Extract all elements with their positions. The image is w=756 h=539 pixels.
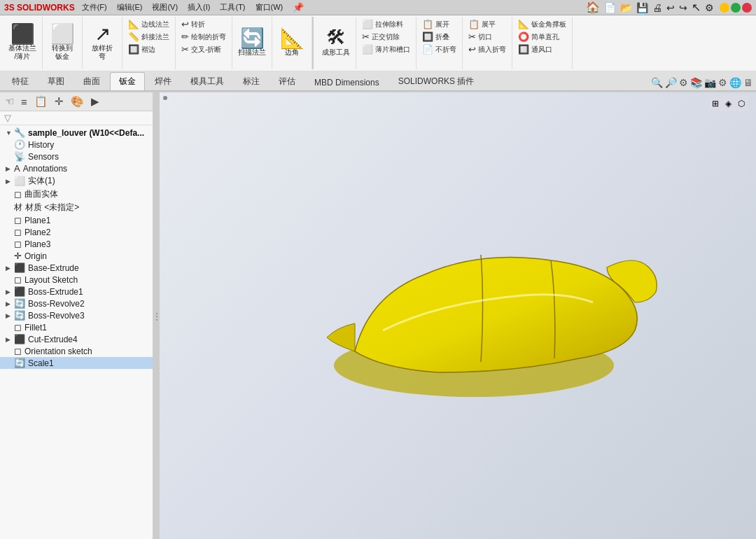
- tab-mold[interactable]: 模具工具: [181, 72, 233, 90]
- monitor-icon[interactable]: 🖥: [743, 77, 753, 88]
- menu-insert[interactable]: 插入(I): [188, 2, 210, 13]
- ribbon-btn-no-bend[interactable]: 📄 不折弯: [419, 43, 459, 55]
- tree-item-boss-extrude1[interactable]: ▶ ⬛ Boss-Extrude1: [0, 286, 153, 298]
- close-button[interactable]: [742, 3, 752, 13]
- tab-sheetmetal[interactable]: 钣金: [110, 72, 145, 90]
- tree-item-layout-sketch[interactable]: ◻ Layout Sketch: [0, 274, 153, 286]
- tab-weldment[interactable]: 焊件: [146, 72, 181, 90]
- toolbar-icon-new[interactable]: 📄: [604, 2, 616, 13]
- tree-item-base-extrude[interactable]: ▶ ⬛ Base-Extrude: [0, 262, 153, 274]
- ribbon: ⬛ 基体法兰/薄片 ⬜ 转换到钣金 ↗ 放样折弯 📐 边线法兰: [0, 15, 756, 92]
- ribbon-btn-miter-flange[interactable]: 📏 斜接法兰: [125, 31, 172, 43]
- ribbon-btn-edge-flange[interactable]: 📐 边线法兰: [125, 18, 172, 30]
- view-icon-3[interactable]: ⬡: [736, 98, 747, 109]
- toolbar-icon-save[interactable]: 💾: [636, 2, 648, 13]
- toolbar-icon-cursor[interactable]: ↖: [692, 1, 701, 14]
- tree-item-annotations[interactable]: ▶ A Annotations: [0, 162, 153, 174]
- view-icon-1[interactable]: ⊞: [710, 98, 721, 109]
- capture-icon[interactable]: 📷: [704, 77, 716, 88]
- tree-item-root[interactable]: ▼ 🔧 sample_louver (W10<<Defa...: [0, 127, 153, 139]
- ribbon-btn-simple-hole[interactable]: ⭕ 简单直孔: [515, 31, 569, 43]
- tree-item-boss-revolve2[interactable]: ▶ 🔄 Boss-Revolve2: [0, 298, 153, 309]
- tree-item-cut-extrude4[interactable]: ▶ ⬛ Cut-Extrude4: [0, 333, 153, 345]
- no-bend-icon: 📄: [422, 44, 433, 55]
- menu-file[interactable]: 文件(F): [82, 2, 107, 13]
- tab-solidworks-plugins[interactable]: SOLIDWORKS 插件: [389, 72, 484, 90]
- menu-view[interactable]: 视图(V): [152, 2, 178, 13]
- tree-item-material[interactable]: 材 材质 <未指定>: [0, 201, 153, 214]
- tab-evaluate[interactable]: 评估: [270, 72, 304, 90]
- tree-item-solid[interactable]: ▶ ⬜ 实体(1): [0, 174, 153, 188]
- ribbon-tabs: 特征 草图 曲面 钣金 焊件 模具工具 标注 评估 MBD Dimensions…: [0, 71, 756, 91]
- tab-surface[interactable]: 曲面: [74, 72, 109, 90]
- menu-edit[interactable]: 编辑(E): [117, 2, 143, 13]
- search2-icon[interactable]: 🔎: [665, 77, 677, 88]
- tree-item-boss-revolve3[interactable]: ▶ 🔄 Boss-Revolve3: [0, 309, 153, 321]
- tree-icon-appearance[interactable]: 🎨: [69, 94, 86, 108]
- menu-window[interactable]: 窗口(W): [255, 2, 284, 13]
- tree-icon-more[interactable]: ▶: [89, 94, 102, 108]
- ribbon-btn-vent[interactable]: 🔲 通风口: [515, 43, 569, 55]
- ribbon-btn-form-tool[interactable]: 🛠 成形工具: [319, 18, 353, 67]
- search-icon[interactable]: 🔍: [651, 77, 663, 88]
- ribbon-btn-ortho-cut[interactable]: ✂ 正交切除: [359, 31, 413, 43]
- ribbon-holes-group: 📐 钣金角撑板 ⭕ 简单直孔 🔲 通风口: [515, 18, 569, 55]
- ribbon-btn-insert-bend[interactable]: ↩ 插入折弯: [465, 43, 509, 55]
- tree-icon-hand[interactable]: ☜: [3, 94, 16, 108]
- tree-item-plane3[interactable]: ◻ Plane3: [0, 238, 153, 250]
- ribbon-btn-loft[interactable]: ↗ 放样折弯: [85, 18, 119, 67]
- ribbon-btn-fold[interactable]: 🔲 折叠: [419, 31, 459, 43]
- tab-mbd[interactable]: MBD Dimensions: [305, 74, 388, 90]
- tree-item-fillet1[interactable]: ◻ Fillet1: [0, 321, 153, 333]
- settings2-icon[interactable]: ⚙: [718, 77, 727, 88]
- ribbon-btn-extruded-cut[interactable]: ⬜ 拉伸除料: [359, 18, 413, 30]
- panel-resize-handle[interactable]: [154, 92, 160, 539]
- ribbon-btn-corner[interactable]: 📐 边角: [275, 18, 309, 67]
- tab-features[interactable]: 特征: [3, 72, 38, 90]
- ribbon-btn-flatten[interactable]: 📋 展平: [465, 18, 509, 30]
- ribbon-btn-base-flange[interactable]: ⬛ 基体法兰/薄片: [6, 18, 39, 67]
- app-logo: 3S SOLIDWORKS: [4, 3, 75, 13]
- tree-item-plane1[interactable]: ◻ Plane1: [0, 214, 153, 226]
- pin-icon[interactable]: 📌: [293, 2, 304, 13]
- toolbar-icon-redo[interactable]: ↪: [679, 2, 687, 13]
- ribbon-btn-scan-flange[interactable]: 🔄 扫描法兰: [235, 18, 269, 67]
- tree-item-origin[interactable]: ✛ Origin: [0, 250, 153, 262]
- tree-item-surface[interactable]: ◻ 曲面实体: [0, 188, 153, 201]
- ribbon-btn-turn[interactable]: ↩ 转折: [178, 18, 229, 30]
- minimize-button[interactable]: [720, 3, 729, 13]
- toolbar-icon-open[interactable]: 📂: [620, 2, 632, 13]
- tab-markup[interactable]: 标注: [234, 72, 269, 90]
- viewport[interactable]: ⊞ ◈ ⬡: [160, 92, 756, 539]
- ribbon-btn-sheet-metal[interactable]: ⬜ 薄片和槽口: [359, 43, 413, 55]
- ribbon-btn-unfold[interactable]: 📋 展开: [419, 18, 459, 30]
- ribbon-btn-cross-break[interactable]: ✂ 交叉-折断: [178, 43, 229, 55]
- ribbon-group-base: ⬛ 基体法兰/薄片: [3, 17, 43, 69]
- menu-tools[interactable]: 工具(T): [220, 2, 245, 13]
- tree-item-sensors[interactable]: 📡 Sensors: [0, 150, 153, 162]
- toolbar-icon-undo[interactable]: ↩: [666, 2, 675, 13]
- filter-icon[interactable]: ⚙: [679, 77, 688, 88]
- tree-item-plane2[interactable]: ◻ Plane2: [0, 226, 153, 238]
- ribbon-btn-convert[interactable]: ⬜ 转换到钣金: [46, 18, 79, 67]
- tree-icon-property[interactable]: 📋: [32, 94, 50, 108]
- toolbar-icon-print[interactable]: 🖨: [652, 2, 662, 13]
- globe-icon[interactable]: 🌐: [729, 77, 741, 88]
- tab-sketch[interactable]: 草图: [38, 72, 74, 90]
- tree-icon-config[interactable]: ✛: [52, 94, 66, 108]
- toolbar-icon-home[interactable]: 🏠: [586, 1, 600, 14]
- tree-icon-featuretree[interactable]: ≡: [19, 95, 29, 108]
- ribbon-btn-cutout[interactable]: ✂ 切口: [465, 31, 509, 43]
- layers-icon[interactable]: 📚: [690, 77, 702, 88]
- ribbon-btn-sketch-bend[interactable]: ✏ 绘制的折弯: [178, 31, 229, 43]
- maximize-button[interactable]: [731, 3, 741, 13]
- ribbon-btn-gusset[interactable]: 📐 钣金角撑板: [515, 18, 569, 30]
- root-expand-arrow: ▼: [6, 130, 14, 136]
- toolbar-icon-settings[interactable]: ⚙: [705, 2, 714, 13]
- root-icon: 🔧: [14, 127, 25, 138]
- ribbon-btn-hem[interactable]: 🔲 褶边: [125, 43, 172, 55]
- tree-item-scale1[interactable]: 🔄 Scale1: [0, 357, 153, 369]
- view-icon-2[interactable]: ◈: [723, 98, 734, 109]
- tree-item-history[interactable]: 🕐 History: [0, 139, 153, 150]
- tree-item-orientation-sketch[interactable]: ◻ Orientation sketch: [0, 345, 153, 357]
